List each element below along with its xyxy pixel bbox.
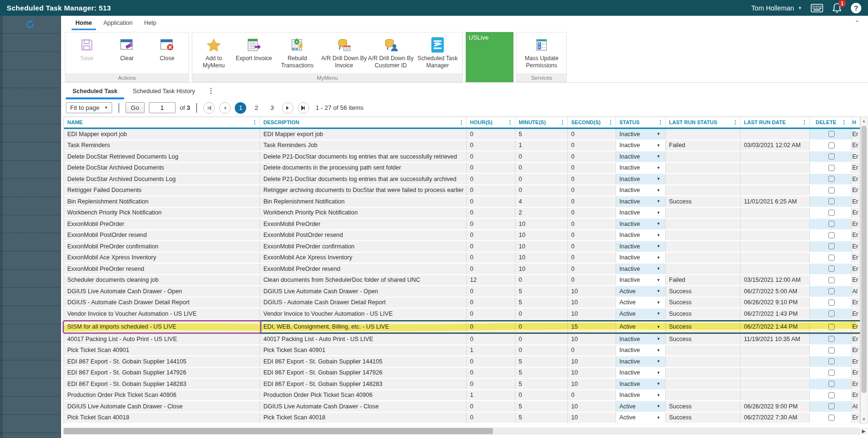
delete-checkbox[interactable] — [828, 232, 835, 238]
table-row[interactable]: EDI 867 Export - St. Gobain Supplier 148… — [64, 379, 860, 390]
status-dropdown[interactable]: Inactive▼ — [616, 163, 666, 173]
user-menu[interactable]: Tom Holleman ▼ — [752, 4, 802, 12]
scroll-down-icon[interactable]: ▼ — [862, 416, 866, 423]
column-menu-icon[interactable]: ⋮ — [507, 119, 514, 126]
delete-checkbox[interactable] — [828, 142, 835, 149]
close-button[interactable]: Close — [147, 33, 187, 73]
column-header-h[interactable]: H — [852, 117, 860, 128]
column-menu-icon[interactable]: ⋮ — [841, 119, 848, 126]
status-dropdown[interactable]: Active▼ — [616, 309, 666, 319]
export-invoice-button[interactable]: Export Invoice — [234, 33, 273, 73]
table-row[interactable]: EDI Mapper export jobEDI Mapper export j… — [64, 129, 860, 140]
vertical-scroll-thumb[interactable] — [861, 126, 867, 393]
help-button[interactable]: ? — [851, 3, 861, 13]
column-menu-icon[interactable]: ⋮ — [560, 119, 566, 126]
table-row[interactable]: ExxonMobil PreOrderExxonMobil PreOrder01… — [64, 219, 860, 230]
delete-checkbox[interactable] — [828, 221, 835, 227]
column-header-minute-s-[interactable]: MINUTE(S)⋮ — [515, 117, 568, 128]
delete-checkbox[interactable] — [828, 358, 835, 364]
column-header-name[interactable]: NAME⋮ — [64, 117, 260, 128]
status-dropdown[interactable]: Inactive▼ — [616, 230, 666, 241]
column-header-last-run-status[interactable]: LAST RUN STATUS⋮ — [666, 117, 741, 128]
delete-checkbox[interactable] — [828, 131, 835, 137]
delete-checkbox[interactable] — [828, 347, 835, 353]
delete-checkbox[interactable] — [828, 299, 835, 306]
column-header-last-run-date[interactable]: LAST RUN DATE⋮ — [741, 117, 810, 128]
status-dropdown[interactable]: Inactive▼ — [616, 253, 666, 263]
scroll-right-icon[interactable]: ▶ — [860, 427, 868, 435]
delete-checkbox[interactable] — [828, 324, 835, 330]
horizontal-scrollbar[interactable]: ▶ — [63, 427, 868, 435]
status-dropdown[interactable]: Inactive▼ — [616, 174, 666, 184]
go-button[interactable]: Go — [125, 102, 144, 113]
status-dropdown[interactable]: Inactive▼ — [616, 275, 666, 286]
delete-checkbox[interactable] — [828, 187, 835, 193]
table-row[interactable]: 40017 Packing List - Auto Print - US LIV… — [64, 334, 860, 345]
status-dropdown[interactable]: Inactive▼ — [616, 379, 666, 389]
status-dropdown[interactable]: Inactive▼ — [616, 208, 666, 218]
delete-checkbox[interactable] — [828, 403, 835, 409]
status-dropdown[interactable]: Inactive▼ — [616, 196, 666, 207]
rebuild-transactions-button[interactable]: Rebuild Transactions — [274, 33, 320, 73]
delete-checkbox[interactable] — [828, 381, 835, 387]
mass-update-permissions-button[interactable]: Mass Update Permissions — [519, 33, 565, 73]
delete-checkbox[interactable] — [828, 165, 835, 171]
delete-checkbox[interactable] — [828, 277, 835, 283]
column-menu-icon[interactable]: ⋮ — [252, 119, 259, 126]
page-button-3[interactable]: 3 — [266, 102, 278, 114]
status-dropdown[interactable]: Inactive▼ — [616, 368, 666, 378]
menu-tab-home[interactable]: Home — [70, 17, 98, 30]
table-row[interactable]: Retrigger Failed DocumentsRetrigger arch… — [64, 185, 860, 197]
table-row[interactable]: ExxonMobil Ace Xpress InventoryExxonMobi… — [64, 253, 860, 264]
column-menu-icon[interactable]: ⋮ — [608, 119, 615, 126]
status-dropdown[interactable]: Inactive▼ — [616, 219, 666, 229]
keyboard-shortcuts-button[interactable] — [811, 4, 823, 12]
last-page-button[interactable] — [298, 102, 309, 114]
delete-checkbox[interactable] — [828, 210, 835, 216]
ar-drilldown-customer-button[interactable]: A/R Drill Down By Customer ID — [368, 33, 414, 73]
table-row[interactable]: Task RemindersTask Reminders Job010Inact… — [64, 140, 860, 152]
table-row[interactable]: Workbench Priority Pick NotificationWork… — [64, 208, 860, 219]
add-to-mymenu-button[interactable]: Add to MyMenu — [194, 33, 233, 73]
column-menu-icon[interactable]: ⋮ — [658, 119, 664, 126]
column-header-delete[interactable]: DELETE⋮ — [810, 117, 852, 128]
delete-checkbox[interactable] — [828, 310, 835, 317]
next-page-button[interactable] — [282, 102, 293, 114]
table-row[interactable]: DGIUS Live Automate Cash Drawer - OpenDG… — [64, 286, 860, 298]
fit-to-page-select[interactable]: Fit to page ▼ — [66, 102, 112, 113]
delete-checkbox[interactable] — [828, 370, 835, 376]
column-menu-icon[interactable]: ⋮ — [459, 119, 465, 126]
status-dropdown[interactable]: Inactive▼ — [616, 334, 666, 344]
delete-checkbox[interactable] — [828, 198, 835, 204]
page-number-input[interactable] — [149, 102, 176, 113]
column-menu-icon[interactable]: ⋮ — [802, 119, 808, 126]
menu-tab-application[interactable]: Application — [98, 17, 138, 30]
status-dropdown[interactable]: Inactive▼ — [616, 151, 666, 162]
delete-checkbox[interactable] — [828, 336, 835, 342]
table-row[interactable]: EDI 867 Export - St. Gobain Supplier 144… — [64, 356, 860, 368]
delete-checkbox[interactable] — [828, 176, 835, 182]
table-row[interactable]: EDI 867 Export - St. Gobain Supplier 147… — [64, 368, 860, 379]
environment-tile[interactable]: USLive — [466, 32, 513, 82]
delete-checkbox[interactable] — [828, 288, 835, 294]
tab-scheduled-task[interactable]: Scheduled Task — [66, 84, 124, 98]
status-dropdown[interactable]: Inactive▼ — [616, 129, 666, 139]
status-dropdown[interactable]: Active▼ — [616, 298, 666, 308]
delete-checkbox[interactable] — [828, 392, 835, 398]
column-header-description[interactable]: DESCRIPTION⋮ — [260, 117, 467, 128]
status-dropdown[interactable]: Inactive▼ — [616, 356, 666, 367]
delete-checkbox[interactable] — [828, 415, 835, 421]
notifications-button[interactable]: 1 — [832, 2, 842, 13]
table-row[interactable]: Delete DocStar Archived Documents LogDel… — [64, 174, 860, 185]
vertical-scrollbar[interactable]: ▲ ▼ — [860, 117, 868, 424]
table-row[interactable]: DGIUS - Automate Cash Drawer Detail Repo… — [64, 298, 860, 309]
table-row[interactable]: DGIUS Live Automate Cash Drawer - CloseD… — [64, 401, 860, 413]
column-header-status[interactable]: STATUS⋮ — [616, 117, 666, 128]
scroll-up-icon[interactable]: ▲ — [862, 117, 866, 125]
column-header-hour-s-[interactable]: HOUR(S)⋮ — [467, 117, 515, 128]
page-button-1[interactable]: 1 — [235, 102, 246, 114]
tab-scheduled-task-history[interactable]: Scheduled Task History — [126, 84, 201, 98]
table-row[interactable]: Bin Replenishment NotificationBin Replen… — [64, 196, 860, 208]
table-row[interactable]: Production Order Pick Ticket Scan 40906P… — [64, 390, 860, 402]
tab-overflow-menu-icon[interactable]: ⋮ — [204, 86, 219, 95]
